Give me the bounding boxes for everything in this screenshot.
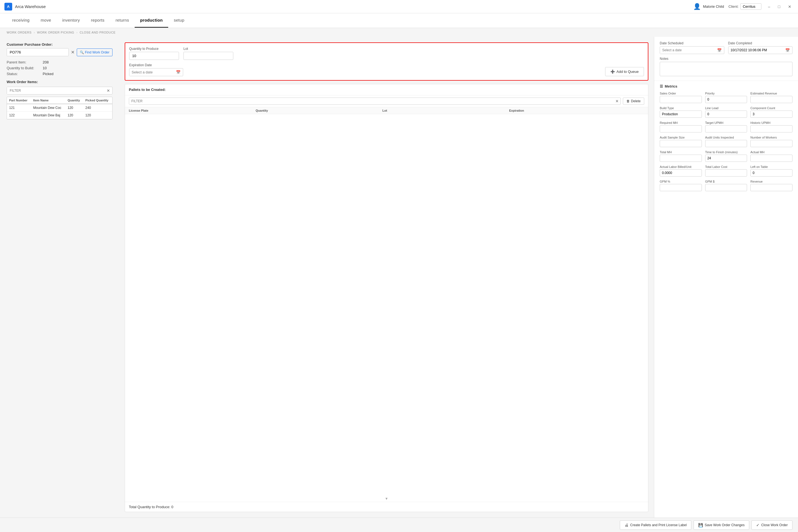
add-queue-icon: ➕ xyxy=(610,70,615,74)
work-order-items-title: Work Order Items: xyxy=(7,80,113,84)
metric-input-number-of-workers[interactable] xyxy=(750,140,793,147)
produce-bottom-row: Expiration Date 📅 ➕ Add to Queue xyxy=(129,63,644,76)
pallets-filter-input[interactable] xyxy=(129,98,614,104)
nav-receiving[interactable]: receiving xyxy=(7,13,35,28)
add-to-queue-button[interactable]: ➕ Add to Queue xyxy=(605,67,644,76)
pallets-filter-clear-button[interactable]: ✕ xyxy=(614,99,621,103)
titlebar-right: 👤 Malorie Child Client: Cerritus – □ ✕ xyxy=(693,3,794,10)
total-qty-value: 0 xyxy=(171,505,173,509)
nav-production[interactable]: production xyxy=(135,13,168,28)
metric-input-revenue[interactable] xyxy=(750,184,793,191)
metric-input-required-mh[interactable] xyxy=(660,125,702,132)
pallets-col-license-plate: License Plate xyxy=(129,109,256,112)
cpo-label: Customer Purchase Order: xyxy=(7,42,113,46)
logo-text: A xyxy=(7,4,10,8)
lot-label: Lot xyxy=(184,47,233,51)
metric-input-sales-order[interactable] xyxy=(660,96,702,103)
metrics-title: Metrics xyxy=(665,84,678,89)
metric-input-gpm-%[interactable] xyxy=(660,184,702,191)
nav-reports[interactable]: reports xyxy=(86,13,110,28)
metric-input-priority[interactable] xyxy=(705,96,747,103)
right-panel: Date Scheduled 📅 Date Completed 📅 Notes xyxy=(654,37,798,518)
date-scheduled-input[interactable] xyxy=(660,46,715,54)
metric-field-estimated-revenue: Estimated Revenue xyxy=(750,92,793,103)
right-dates-grid: Date Scheduled 📅 Date Completed 📅 xyxy=(660,41,793,54)
metric-input-time-to-finish-minutes[interactable] xyxy=(705,155,747,162)
items-filter-clear-button[interactable]: ✕ xyxy=(104,89,112,93)
parent-item-label: Parent Item: xyxy=(7,60,43,64)
items-filter-input[interactable] xyxy=(7,87,104,94)
date-scheduled-field: Date Scheduled 📅 xyxy=(660,41,724,54)
lot-input[interactable] xyxy=(184,52,233,60)
metric-input-estimated-revenue[interactable] xyxy=(750,96,793,103)
metric-input-target-upmh[interactable] xyxy=(705,125,747,132)
breadcrumb-work-order-picking[interactable]: WORK ORDER PICKING xyxy=(37,31,74,34)
pallets-delete-button[interactable]: 🗑 Delete xyxy=(623,97,644,105)
date-completed-input[interactable] xyxy=(728,46,783,54)
client-label: Client: xyxy=(728,4,739,8)
cpo-field-row: ✕ 🔍 Find Work Order xyxy=(7,48,113,56)
metric-input-gpm-$[interactable] xyxy=(705,184,747,191)
expiration-date-calendar-icon[interactable]: 📅 xyxy=(174,69,183,75)
breadcrumb-close-and-produce[interactable]: CLOSE AND PRODUCE xyxy=(79,31,116,34)
metric-field-sales-order: Sales Order xyxy=(660,92,702,103)
client-select[interactable]: Cerritus xyxy=(740,3,761,10)
app-title: Arca Warehouse xyxy=(15,4,46,9)
metric-input-left-on-table[interactable] xyxy=(750,169,793,176)
user-area: 👤 Malorie Child xyxy=(693,3,724,10)
items-table: Part Number Item Name Quantity Picked Qu… xyxy=(7,97,112,119)
metric-input-component-count[interactable] xyxy=(750,111,793,118)
save-changes-button[interactable]: 💾 Save Work Order Changes xyxy=(694,520,749,530)
nav-returns[interactable]: returns xyxy=(110,13,135,28)
total-qty-label: Total Quantity to Produce: xyxy=(129,505,170,509)
date-completed-calendar-icon[interactable]: 📅 xyxy=(783,47,792,54)
table-row[interactable]: 122Mountain Dew Baj120120 xyxy=(7,112,112,119)
date-scheduled-wrap: 📅 xyxy=(660,46,724,54)
close-work-order-button[interactable]: ✓ Close Work Order xyxy=(752,520,793,530)
table-row[interactable]: 121Mountain Dew Coc120240 xyxy=(7,104,112,112)
cpo-input[interactable] xyxy=(7,48,69,56)
metric-field-total-mh: Total MH xyxy=(660,150,702,162)
metric-field-priority: Priority xyxy=(705,92,747,103)
metric-field-target-upmh: Target UPMH xyxy=(705,121,747,132)
metric-input-total-mh[interactable] xyxy=(660,155,702,162)
qty-to-produce-label: Quantity to Produce xyxy=(129,47,179,51)
metric-input-audit-sample-size[interactable] xyxy=(660,140,702,147)
pallets-col-quantity: Quantity xyxy=(256,109,383,112)
find-work-order-button[interactable]: 🔍 Find Work Order xyxy=(77,49,113,56)
pallets-scroll-down[interactable]: ▼ xyxy=(125,495,648,502)
notes-field[interactable] xyxy=(660,62,793,76)
minimize-button[interactable]: – xyxy=(766,3,773,10)
nav-inventory[interactable]: inventory xyxy=(57,13,86,28)
work-order-info: Parent Item: 208 Quantity to Build: 10 S… xyxy=(7,60,113,76)
expiration-date-input[interactable] xyxy=(129,69,174,76)
metric-select-build-type[interactable]: ProductionReworkSample xyxy=(660,111,702,118)
metric-field-actual-mh: Actual MH xyxy=(750,150,793,162)
cpo-clear-button[interactable]: ✕ xyxy=(71,50,75,55)
metric-field-gpm-$: GPM $ xyxy=(705,180,747,191)
expiration-date-field: Expiration Date 📅 xyxy=(129,63,183,76)
metric-field-total-labor-cost: Total Labor Cost xyxy=(705,165,747,176)
metric-input-audit-units-inspected[interactable] xyxy=(705,140,747,147)
username-label: Malorie Child xyxy=(703,4,724,8)
metric-input-total-labor-cost[interactable] xyxy=(705,169,747,176)
metric-input-actual-mh[interactable] xyxy=(750,155,793,162)
metric-input-line-lead[interactable] xyxy=(705,111,747,118)
close-button[interactable]: ✕ xyxy=(786,3,794,10)
qty-to-produce-input[interactable] xyxy=(129,52,179,60)
pallets-filter-row: ✕ 🗑 Delete xyxy=(125,95,648,107)
breadcrumb-work-orders[interactable]: WORK ORDERS xyxy=(7,31,32,34)
create-pallets-button[interactable]: 🖨 Create Pallets and Print License Label xyxy=(620,520,691,530)
pallets-body xyxy=(125,114,648,495)
col-part-number: Part Number xyxy=(7,97,31,104)
right-top: Date Scheduled 📅 Date Completed 📅 Notes xyxy=(654,37,798,81)
printer-icon: 🖨 xyxy=(625,523,628,527)
metric-input-actual-labor-billed/unit[interactable] xyxy=(660,169,702,176)
nav-setup[interactable]: setup xyxy=(168,13,190,28)
metric-input-historic-upmh[interactable] xyxy=(750,125,793,132)
pallets-col-expiration: Expiration xyxy=(509,109,636,112)
nav-move[interactable]: move xyxy=(35,13,57,28)
maximize-button[interactable]: □ xyxy=(776,3,782,10)
pallets-total-row: Total Quantity to Produce: 0 xyxy=(125,502,648,512)
date-scheduled-calendar-icon[interactable]: 📅 xyxy=(715,47,724,54)
